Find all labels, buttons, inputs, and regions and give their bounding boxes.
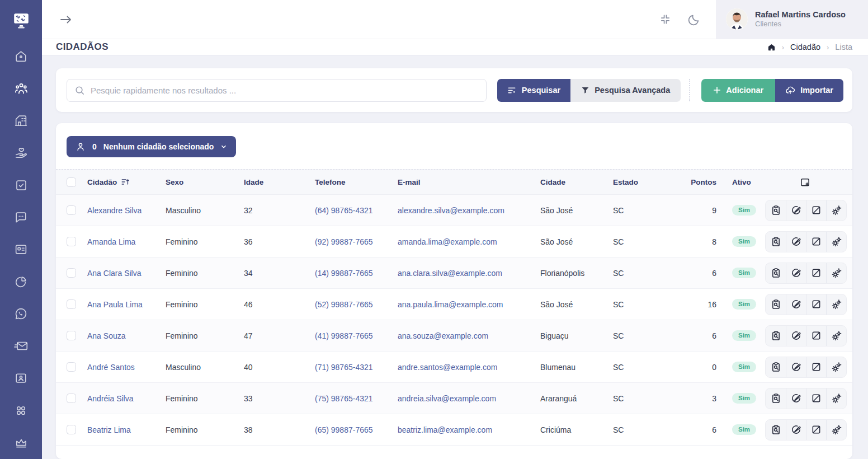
- deactivate-button[interactable]: [806, 357, 826, 377]
- citizen-name-link[interactable]: Alexandre Silva: [87, 206, 141, 215]
- edit-button[interactable]: [786, 294, 806, 315]
- deactivate-button[interactable]: [806, 294, 826, 315]
- column-header-cidadao[interactable]: Cidadão: [87, 177, 166, 186]
- more-settings-button[interactable]: [826, 388, 846, 409]
- import-button[interactable]: Importar: [775, 79, 843, 102]
- citizen-email-link[interactable]: ana.souza@example.com: [398, 331, 488, 340]
- sidebar-item-cards[interactable]: [0, 233, 42, 266]
- user-menu[interactable]: Rafael Martins Cardoso Clientes: [716, 0, 868, 39]
- page-title: CIDADÃOS: [56, 41, 108, 53]
- sidebar-item-buildings[interactable]: [0, 105, 42, 137]
- sidebar-item-tasks[interactable]: [0, 169, 42, 202]
- edit-button[interactable]: [786, 357, 806, 377]
- more-settings-button[interactable]: [826, 200, 846, 221]
- sidebar-item-reports[interactable]: [0, 266, 42, 298]
- row-checkbox[interactable]: [67, 268, 76, 278]
- dark-mode-toggle[interactable]: [685, 10, 704, 29]
- edit-button[interactable]: [786, 232, 806, 252]
- sidebar-item-messages[interactable]: [0, 202, 42, 234]
- citizen-phone-link[interactable]: (64) 98765-4321: [315, 206, 373, 215]
- citizen-name-link[interactable]: André Santos: [87, 363, 135, 372]
- sidebar-item-apps[interactable]: [0, 395, 42, 427]
- citizen-phone-link[interactable]: (41) 99887-7665: [315, 331, 373, 340]
- search-input[interactable]: [91, 86, 479, 95]
- citizen-phone-link[interactable]: (52) 99887-7665: [315, 300, 373, 309]
- citizen-phone-link[interactable]: (92) 99887-7665: [315, 237, 373, 246]
- row-checkbox[interactable]: [67, 394, 76, 403]
- citizen-email-link[interactable]: andreia.silva@example.com: [398, 394, 496, 403]
- search-button-group: Pesquisar Pesquisa Avançada: [497, 79, 681, 102]
- citizen-phone-link[interactable]: (75) 98765-4321: [315, 394, 373, 403]
- select-all-checkbox[interactable]: [67, 177, 76, 187]
- row-checkbox[interactable]: [67, 299, 76, 309]
- edit-button[interactable]: [786, 420, 806, 440]
- citizen-email-link[interactable]: beatriz.lima@example.com: [398, 425, 492, 434]
- more-settings-button[interactable]: [826, 357, 846, 377]
- sidebar-item-home[interactable]: [0, 40, 42, 73]
- more-settings-button[interactable]: [826, 263, 846, 283]
- citizen-email-link[interactable]: amanda.lima@example.com: [398, 237, 497, 246]
- view-details-button[interactable]: [766, 388, 786, 409]
- view-details-button[interactable]: [766, 294, 786, 315]
- row-checkbox[interactable]: [67, 425, 76, 434]
- deactivate-button[interactable]: [806, 388, 826, 409]
- edit-button[interactable]: [786, 326, 806, 346]
- citizen-phone-link[interactable]: (14) 99887-7665: [315, 269, 373, 278]
- citizen-name-link[interactable]: Ana Souza: [87, 331, 126, 340]
- bulk-selection-dropdown[interactable]: 0 Nenhum cidadão selecionado: [67, 136, 236, 157]
- deactivate-button[interactable]: [806, 326, 826, 346]
- row-checkbox[interactable]: [67, 237, 76, 246]
- deactivate-button[interactable]: [806, 200, 826, 221]
- citizen-email-link[interactable]: andre.santos@example.com: [398, 363, 497, 372]
- sidebar-item-whatsapp[interactable]: [0, 298, 42, 330]
- row-checkbox[interactable]: [67, 205, 76, 215]
- citizen-name-link[interactable]: Amanda Lima: [87, 237, 135, 246]
- app-logo[interactable]: [0, 0, 42, 40]
- citizen-name-link[interactable]: Andréia Silva: [87, 394, 134, 403]
- citizen-email-link[interactable]: ana.paula.lima@example.com: [398, 300, 503, 309]
- edit-button[interactable]: [786, 263, 806, 283]
- citizen-email-link[interactable]: alexandre.silva@example.com: [398, 206, 504, 215]
- table-settings-button[interactable]: [765, 177, 845, 188]
- sidebar-item-premium[interactable]: [0, 427, 42, 459]
- citizen-email-link[interactable]: ana.clara.silva@example.com: [398, 269, 502, 278]
- sidebar-item-contacts[interactable]: [0, 362, 42, 395]
- filter-funnel-icon: [581, 86, 589, 95]
- more-settings-button[interactable]: [826, 326, 846, 346]
- row-checkbox[interactable]: [67, 362, 76, 372]
- citizen-phone-link[interactable]: (65) 99887-7665: [315, 425, 373, 434]
- add-button[interactable]: Adicionar: [701, 79, 775, 102]
- deactivate-button[interactable]: [806, 232, 826, 252]
- citizen-name-link[interactable]: Beatriz Lima: [87, 425, 131, 434]
- sidebar-item-mailing[interactable]: [0, 330, 42, 363]
- view-details-button[interactable]: [766, 200, 786, 221]
- deactivate-button[interactable]: [806, 263, 826, 283]
- view-details-button[interactable]: [766, 357, 786, 377]
- breadcrumb-item-cidadao[interactable]: Cidadão: [790, 43, 820, 51]
- citizen-phone-link[interactable]: (71) 98765-4321: [315, 363, 373, 372]
- search-button[interactable]: Pesquisar: [497, 79, 570, 102]
- topbar: Rafael Martins Cardoso Clientes: [42, 0, 868, 39]
- sidebar-expand-button[interactable]: [59, 13, 73, 26]
- row-checkbox[interactable]: [67, 331, 76, 340]
- deactivate-button[interactable]: [806, 420, 826, 440]
- citizen-name-link[interactable]: Ana Paula Lima: [87, 300, 143, 309]
- sidebar-item-citizens[interactable]: [0, 73, 42, 105]
- citizen-name-link[interactable]: Ana Clara Silva: [87, 269, 141, 278]
- view-details-button[interactable]: [766, 326, 786, 346]
- more-settings-button[interactable]: [826, 294, 846, 315]
- more-settings-button[interactable]: [826, 420, 846, 440]
- view-details-button[interactable]: [766, 420, 786, 440]
- compress-screen-button[interactable]: [655, 10, 674, 29]
- breadcrumb-home-link[interactable]: [767, 43, 776, 51]
- gears-icon: [831, 362, 842, 372]
- edit-button[interactable]: [786, 388, 806, 409]
- view-details-button[interactable]: [766, 263, 786, 283]
- sidebar-item-donations[interactable]: [0, 137, 42, 170]
- advanced-search-button[interactable]: Pesquisa Avançada: [570, 79, 681, 102]
- edit-button[interactable]: [786, 200, 806, 221]
- citizen-state: SC: [613, 425, 690, 434]
- view-details-button[interactable]: [766, 232, 786, 252]
- breadcrumb-item-lista[interactable]: Lista: [835, 43, 852, 51]
- more-settings-button[interactable]: [826, 232, 846, 252]
